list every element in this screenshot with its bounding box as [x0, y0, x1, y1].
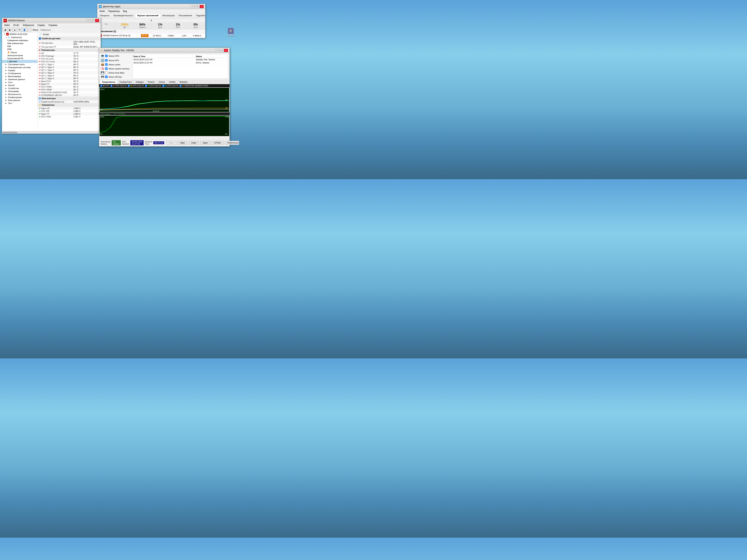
aida-menu-service[interactable]: Сервис: [36, 24, 47, 27]
menu-file[interactable]: Файл: [98, 9, 107, 13]
toolbar-back-button[interactable]: ◀: [3, 28, 7, 32]
save-button[interactable]: Save: [200, 141, 210, 145]
stability-minimize-button[interactable]: ─: [215, 49, 219, 52]
sidebar-item-security[interactable]: ▶ Безопасность: [2, 93, 37, 96]
legend-kingston-checkbox[interactable]: [179, 85, 182, 87]
tab-startup[interactable]: Автозагрузка: [160, 14, 177, 18]
sidebar-item-laptop[interactable]: Портативный ПК: [2, 57, 37, 60]
log-header: Date & Time Status: [133, 55, 227, 58]
aida-menu-favorites[interactable]: Избранное: [21, 24, 36, 27]
sidebar-item-os[interactable]: ▶ Операционная система: [2, 66, 37, 69]
cpuid-button[interactable]: CPUID: [212, 141, 224, 145]
stability-close-button[interactable]: ✕: [224, 49, 228, 52]
stress-options: 💻 Stress CPU 🔢 Stress FPU 📦 Stress cache: [101, 54, 129, 79]
legend-core1-checkbox[interactable]: [110, 85, 112, 87]
toolbar-user-button[interactable]: 👤: [22, 28, 27, 32]
sidebar-item-computer[interactable]: ▼ 🖥 Компьютер: [2, 36, 37, 39]
taskmanager-close-button[interactable]: ✕: [200, 5, 204, 8]
sidebar-item-directx[interactable]: ▶ DirectX: [2, 84, 37, 87]
toolbar-refresh-button[interactable]: ↻: [17, 28, 22, 32]
sidebar-aida-icon: 64: [6, 33, 9, 35]
tab-processes[interactable]: Процессы: [98, 14, 111, 18]
legend-cpu-checkbox[interactable]: [100, 85, 102, 87]
stability-bottom-bar: Remaining Battery: No battery Test Start…: [99, 139, 230, 146]
stress-fpu-checkbox[interactable]: [105, 59, 108, 61]
legend-core4-checkbox[interactable]: [162, 85, 164, 87]
stress-cache-checkbox[interactable]: [105, 63, 108, 66]
sidebar-item-sensors[interactable]: ● Датчики: [2, 60, 37, 63]
preferences-button[interactable]: Preferences: [225, 141, 239, 145]
menu-options[interactable]: Параметры: [107, 9, 122, 13]
stab-tab-powers[interactable]: Powers: [146, 80, 157, 84]
tab-users[interactable]: Пользователи: [177, 14, 194, 18]
aida-maximize-button[interactable]: □: [91, 19, 95, 22]
sidebar-item-storage[interactable]: ▶ Хранение данных: [2, 78, 37, 81]
battery-value: No battery: [112, 140, 121, 145]
sidebar-item-database[interactable]: ▶ База данных: [2, 99, 37, 102]
sidebar-item-benchmark[interactable]: ▶ Тест: [2, 102, 37, 105]
toolbar-chart-button[interactable]: 📈: [27, 28, 31, 32]
tab-details[interactable]: Подробности: [194, 14, 205, 18]
stress-cpu-checkbox[interactable]: [105, 55, 108, 57]
sidebar-item-motherboard[interactable]: ▶ Системная плата: [2, 63, 37, 66]
aida-close-button[interactable]: ✕: [95, 19, 99, 22]
log-status-1: Stability Test: Started: [196, 58, 227, 61]
tab-app-history[interactable]: Журнал приложений: [135, 14, 160, 18]
aida-minimize-button[interactable]: ─: [86, 19, 90, 22]
sidebar-item-programs[interactable]: ▶ Программы: [2, 90, 37, 93]
sidebar-item-server[interactable]: ▶ Сервер: [2, 69, 37, 72]
sidebar-item-display[interactable]: ▶ Отображение: [2, 72, 37, 75]
sidebar-item-summary[interactable]: Суммарная информа...: [2, 39, 37, 42]
stress-cache-option: Stress cache: [105, 63, 121, 66]
aida-menu-help[interactable]: Справка: [47, 24, 59, 27]
stability-title-area: ⚙ System Stability Test - AIDA64: [101, 49, 134, 52]
start-button[interactable]: Start: [166, 141, 176, 145]
app-gpu-col: 1,0%: [178, 34, 191, 37]
stress-sysmem-checkbox[interactable]: [105, 68, 108, 70]
sidebar-item-dmi[interactable]: DMI: [2, 45, 37, 48]
stop-button[interactable]: Stop: [178, 141, 187, 145]
stab-tab-voltages[interactable]: Voltages: [134, 80, 146, 84]
taskmanager-maximize-button[interactable]: □: [195, 5, 199, 8]
legend-core2-checkbox[interactable]: [128, 85, 130, 87]
table-row: ⮕GPU VRM2 26 °C: [37, 88, 101, 91]
sidebar-item-network[interactable]: ▶ Сеть: [2, 81, 37, 84]
stability-maximize-button[interactable]: □: [220, 49, 224, 52]
aida-menu-file[interactable]: Файл: [3, 24, 11, 27]
sidebar-item-devices[interactable]: ▶ Устройства: [2, 87, 37, 90]
temp-chart-svg: 69 69 33 17 100°C 0°C 21:07:44: [100, 88, 229, 112]
scroll-up-indicator[interactable]: ▲: [97, 18, 205, 22]
taskmanager-minimize-button[interactable]: ─: [191, 5, 195, 8]
horizontal-scrollbar[interactable]: [2, 131, 101, 134]
sidebar-item-power[interactable]: Электропитание: [2, 54, 37, 57]
scrollbar-thumb[interactable]: [2, 132, 17, 133]
sidebar-item-multimedia[interactable]: ▶ Мультимедиа: [2, 75, 37, 78]
stab-tab-clocks[interactable]: Clocks: [157, 80, 167, 84]
app-row-aida[interactable]: 64 AIDA64 Extreme (32 бита) (3) 99,2% 13…: [97, 34, 205, 38]
stress-disk-checkbox[interactable]: [105, 72, 108, 74]
aida-menu-report[interactable]: Отчёт: [12, 24, 21, 27]
stab-tab-unified[interactable]: Unified: [167, 80, 177, 84]
stab-tab-fans[interactable]: Cooling Fans: [118, 80, 134, 84]
test-started-label: Test Started:: [122, 140, 129, 145]
legend-core3-checkbox[interactable]: [145, 85, 147, 87]
svg-text:100%: 100%: [100, 116, 104, 118]
sidebar-item-config[interactable]: ▶ Конфигурация: [2, 96, 37, 99]
taskmanager-title-area: ⚙ Диспетчер задач: [99, 5, 121, 8]
flame-icon: 🔥: [7, 51, 10, 54]
stab-tab-temperatures[interactable]: Temperatures: [100, 80, 118, 84]
sidebar-item-ipmi[interactable]: IPMI: [2, 48, 37, 51]
toolbar-forward-button[interactable]: ▶: [8, 28, 12, 32]
clear-button[interactable]: Clear: [188, 141, 199, 145]
tab-performance[interactable]: Производительность: [111, 14, 135, 18]
sidebar-item-version[interactable]: ▼ 64 AIDA64 v6.00.5100: [2, 32, 37, 36]
sidebar-item-overclocking[interactable]: 🔥 Разгон: [2, 51, 37, 54]
stab-tab-statistics[interactable]: Statistics: [177, 80, 190, 84]
toolbar-favorites[interactable]: Избранное: [41, 29, 51, 31]
sidebar-item-hostname[interactable]: Имя компьютера: [2, 42, 37, 45]
desktop-icon-recycle[interactable]: 🗑 Корзина: [226, 28, 235, 36]
toolbar-up-button[interactable]: ▲: [12, 28, 17, 32]
menu-view[interactable]: Вид: [121, 9, 128, 13]
stress-gpu-checkbox[interactable]: [105, 76, 108, 78]
stability-title: System Stability Test - AIDA64: [104, 49, 134, 52]
